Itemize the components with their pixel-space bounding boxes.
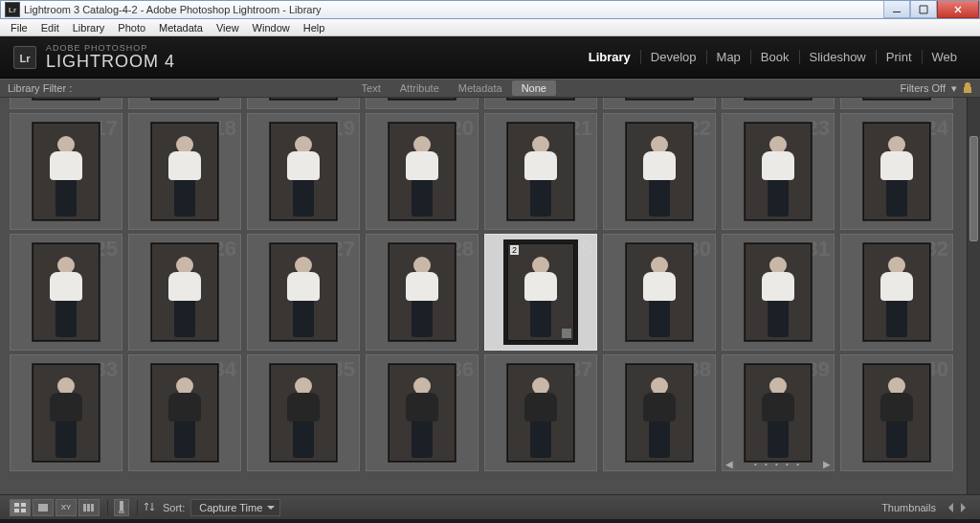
thumbnail-cell[interactable]: 16 (840, 98, 953, 109)
thumbnail-cell[interactable]: 24 (840, 113, 953, 230)
menu-metadata[interactable]: Metadata (152, 22, 210, 34)
photo-thumbnail[interactable] (625, 122, 694, 221)
close-button[interactable] (937, 1, 979, 18)
module-web[interactable]: Web (923, 50, 968, 64)
lock-icon[interactable] (963, 82, 972, 94)
thumbnail-cell[interactable]: 17 (10, 113, 122, 230)
thumbnail-cell[interactable]: 25 (10, 234, 122, 351)
thumbnail-cell[interactable]: 18 (128, 113, 241, 230)
thumbnail-cell[interactable]: 36 (366, 354, 479, 471)
photo-thumbnail[interactable] (388, 98, 457, 101)
thumbnail-cell[interactable]: 35 (247, 354, 360, 471)
thumb-size-smaller-button[interactable] (944, 503, 953, 512)
module-library[interactable]: Library (579, 50, 641, 64)
photo-thumbnail[interactable] (625, 98, 694, 101)
module-develop[interactable]: Develop (641, 50, 707, 64)
menu-file[interactable]: File (4, 22, 34, 34)
thumbnail-cell[interactable]: 292 (484, 234, 597, 351)
filter-tab-none[interactable]: None (512, 80, 556, 96)
thumb-size-larger-button[interactable] (961, 503, 970, 512)
thumbnail-cell[interactable]: 30 (603, 234, 716, 351)
thumbnail-cell[interactable]: 40 (840, 354, 953, 471)
photo-thumbnail[interactable] (150, 363, 219, 463)
thumbnail-cell[interactable]: 37 (484, 354, 597, 471)
thumbnail-cell[interactable]: 22 (603, 113, 716, 230)
photo-thumbnail[interactable] (506, 363, 575, 463)
thumbnail-cell[interactable]: 14 (603, 98, 716, 109)
thumbnail-cell[interactable]: 15 (722, 98, 835, 109)
loupe-view-button[interactable] (33, 499, 54, 516)
photo-thumbnail[interactable] (269, 242, 338, 342)
thumbnail-cell[interactable]: 19 (247, 113, 360, 230)
module-book[interactable]: Book (751, 50, 800, 64)
survey-view-button[interactable] (78, 499, 100, 516)
photo-thumbnail[interactable] (269, 122, 338, 221)
menu-photo[interactable]: Photo (111, 22, 152, 34)
vertical-scrollbar[interactable] (967, 98, 980, 494)
thumbnail-cell[interactable]: 39◀▶• • • • • (722, 354, 835, 471)
photo-thumbnail[interactable]: 2 (503, 239, 578, 345)
thumbnail-cell[interactable]: 20 (366, 113, 479, 230)
thumbnail-cell[interactable]: 31 (722, 234, 835, 351)
filter-tab-text[interactable]: Text (352, 80, 390, 96)
photo-thumbnail[interactable] (269, 363, 338, 463)
photo-thumbnail[interactable] (862, 242, 931, 342)
photo-thumbnail[interactable] (625, 363, 694, 463)
maximize-button[interactable] (910, 1, 937, 18)
menu-window[interactable]: Window (246, 22, 297, 34)
menu-edit[interactable]: Edit (34, 22, 66, 34)
photo-thumbnail[interactable] (388, 363, 457, 463)
photo-thumbnail[interactable] (150, 122, 219, 221)
photo-thumbnail[interactable] (744, 242, 813, 342)
photo-thumbnail[interactable] (32, 98, 100, 101)
menu-library[interactable]: Library (66, 22, 112, 34)
photo-thumbnail[interactable] (32, 122, 100, 221)
photo-thumbnail[interactable] (150, 98, 219, 101)
thumbnail-grid[interactable]: 9101112131415161718192021222324252627282… (0, 98, 967, 494)
photo-thumbnail[interactable] (862, 98, 931, 101)
thumbnail-cell[interactable]: 26 (128, 234, 241, 351)
compare-view-button[interactable]: XY (56, 499, 77, 516)
thumbnail-cell[interactable]: 12 (366, 98, 479, 109)
module-map[interactable]: Map (707, 50, 751, 64)
thumbnail-cell[interactable]: 33 (10, 354, 122, 471)
module-slideshow[interactable]: Slideshow (800, 50, 877, 64)
photo-thumbnail[interactable] (388, 122, 457, 221)
filter-tab-attribute[interactable]: Attribute (390, 80, 449, 96)
photo-thumbnail[interactable] (506, 98, 575, 101)
scrollbar-handle[interactable] (969, 136, 978, 241)
photo-thumbnail[interactable] (32, 242, 100, 342)
photo-thumbnail[interactable] (625, 242, 694, 342)
sort-direction-button[interactable] (144, 501, 157, 514)
thumbnail-cell[interactable]: 21 (484, 113, 597, 230)
thumbnail-cell[interactable]: 28 (366, 234, 479, 351)
photo-thumbnail[interactable] (150, 242, 219, 342)
thumbnail-cell[interactable]: 13 (484, 98, 597, 109)
thumbnail-cell[interactable]: 10 (128, 98, 241, 109)
minimize-button[interactable] (883, 1, 910, 18)
photo-thumbnail[interactable] (388, 242, 457, 342)
photo-thumbnail[interactable] (32, 363, 100, 463)
menu-help[interactable]: Help (297, 22, 332, 34)
painter-tool-button[interactable] (114, 499, 129, 516)
menu-view[interactable]: View (210, 22, 246, 34)
photo-thumbnail[interactable] (862, 122, 931, 221)
photo-thumbnail[interactable] (744, 122, 813, 221)
rating-dots[interactable]: • • • • • (723, 460, 834, 468)
sort-dropdown[interactable]: Capture Time (190, 499, 280, 516)
thumbnail-cell[interactable]: 32 (840, 234, 953, 351)
photo-thumbnail[interactable] (744, 98, 813, 101)
thumbnail-cell[interactable]: 27 (247, 234, 360, 351)
thumbnail-cell[interactable]: 11 (247, 98, 360, 109)
filter-tab-metadata[interactable]: Metadata (449, 80, 512, 96)
grid-view-button[interactable] (10, 499, 31, 516)
module-print[interactable]: Print (877, 50, 923, 64)
thumbnail-cell[interactable]: 9 (10, 98, 122, 109)
filter-preset-dropdown[interactable]: Filters Off (901, 82, 946, 94)
photo-thumbnail[interactable] (269, 98, 338, 101)
photo-thumbnail[interactable] (862, 363, 931, 463)
thumbnail-cell[interactable]: 38 (603, 354, 716, 471)
thumbnail-cell[interactable]: 23 (722, 113, 835, 230)
thumbnail-cell[interactable]: 34 (128, 354, 241, 471)
photo-thumbnail[interactable] (744, 363, 813, 463)
